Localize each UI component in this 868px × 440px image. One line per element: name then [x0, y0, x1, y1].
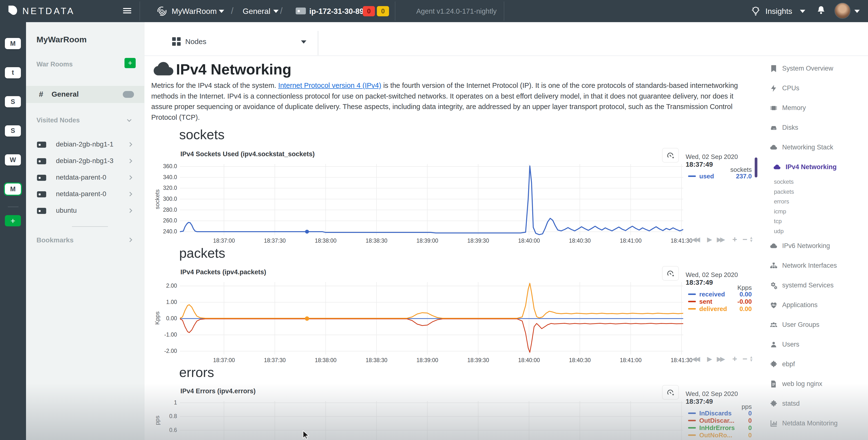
packets-resize-handle-icon[interactable]: ▲▼	[749, 356, 753, 362]
metrics-nav-memory[interactable]: Memory	[770, 98, 867, 118]
workspace-button-t-1[interactable]: t	[5, 67, 21, 78]
vertical-scrollbar-thumb[interactable]	[755, 157, 757, 177]
errors-gauge-button[interactable]	[662, 385, 679, 400]
legend-value: 0	[748, 424, 752, 432]
visited-node-3[interactable]: netdata-parent-0	[26, 186, 145, 203]
metrics-nav-sub-tcp[interactable]: tcp	[770, 216, 867, 226]
metrics-nav-ipv4-networking[interactable]: IPv4 Networking	[770, 157, 867, 177]
critical-alarms-badge[interactable]: 0	[363, 6, 375, 16]
sidebar-item-general[interactable]: # General	[26, 86, 145, 103]
packets-series-sent	[180, 319, 683, 352]
sockets-skip-forward-icon[interactable]: ▶▶	[717, 236, 723, 243]
sockets-legend-used[interactable]: used237.0	[686, 173, 752, 180]
metrics-nav-cpus[interactable]: CPUs	[770, 78, 867, 98]
doc-icon	[770, 380, 778, 388]
workspace-button-s-3[interactable]: S	[5, 125, 21, 137]
metrics-nav-label: Applications	[782, 301, 818, 309]
metrics-nav-system-overview[interactable]: System Overview	[770, 59, 867, 78]
metrics-nav-netdata-monitoring[interactable]: Netdata Monitoring	[770, 413, 867, 433]
packets-legend-delivered[interactable]: delivered0.00	[686, 305, 752, 313]
sockets-zoom-in-icon[interactable]: +	[732, 235, 737, 244]
breadcrumb-node[interactable]: ip-172-31-30-89	[309, 7, 364, 16]
metrics-nav-systemd-services[interactable]: systemd Services	[770, 275, 867, 295]
insights-menu[interactable]: Insights	[765, 7, 792, 16]
packets-legend-sent[interactable]: sent-0.00	[686, 298, 752, 305]
hamburger-menu-icon[interactable]	[123, 7, 131, 14]
visited-nodes-list: debian-2gb-nbg1-1debian-2gb-nbg1-3netdat…	[26, 136, 145, 219]
metrics-nav-label: Netdata Monitoring	[782, 419, 838, 427]
sockets-xtick: 18:40:00	[512, 237, 546, 244]
metrics-nav-sub-sockets[interactable]: sockets	[770, 177, 867, 187]
visited-node-2[interactable]: netdata-parent-0	[26, 169, 145, 186]
errors-plot-area[interactable]	[180, 401, 683, 440]
metrics-nav-web-log-nginx[interactable]: web log nginx	[770, 374, 867, 394]
metrics-nav-sub-errors[interactable]: errors	[770, 197, 867, 207]
workspace-button-m-5[interactable]: M	[5, 183, 21, 195]
visited-node-1[interactable]: debian-2gb-nbg1-3	[26, 153, 145, 169]
errors-legend-InHdrErrors[interactable]: InHdrErrors0	[686, 424, 752, 432]
visited-node-4[interactable]: ubuntu	[26, 203, 145, 219]
add-workspace-button[interactable]: +	[5, 215, 21, 226]
node-name: debian-2gb-nbg1-3	[56, 157, 114, 165]
collapse-visited-nodes-icon[interactable]	[127, 117, 131, 122]
packets-skip-back-icon[interactable]: ◀◀	[692, 355, 699, 363]
errors-legend-InDiscards[interactable]: InDiscards0	[686, 410, 752, 417]
puzzle-icon	[770, 360, 778, 369]
metrics-nav-sub-icmp[interactable]: icmp	[770, 207, 867, 216]
room-status-pill	[123, 91, 134, 98]
workspace-button-w-4[interactable]: W	[5, 154, 21, 166]
insights-caret[interactable]	[800, 10, 805, 13]
add-war-room-button[interactable]: +	[124, 58, 136, 68]
view-selector-caret[interactable]	[301, 40, 306, 43]
breadcrumb-space[interactable]: MyWarRoom	[172, 7, 217, 16]
workspace-button-m-0[interactable]: M	[5, 38, 21, 49]
room-dropdown-caret[interactable]	[273, 10, 279, 13]
sockets-plot-area[interactable]	[180, 164, 683, 235]
sockets-zoom-out-icon[interactable]: −	[743, 235, 747, 244]
war-room-sidebar: MyWarRoom War Rooms + # General Visited …	[26, 22, 145, 440]
legend-dash-icon	[688, 301, 696, 302]
sockets-resize-handle-icon[interactable]: ▲▼	[749, 236, 753, 242]
errors-legend-OutDiscar[interactable]: OutDiscar...0	[686, 417, 752, 424]
metrics-nav-user-groups[interactable]: User Groups	[770, 315, 867, 334]
sockets-play-icon[interactable]: ▶	[707, 236, 712, 243]
metrics-nav-label: CPUs	[782, 84, 800, 92]
ipv4-wiki-link[interactable]: Internet Protocol version 4 (IPv4)	[278, 82, 381, 89]
view-selector[interactable]: Nodes	[185, 37, 207, 46]
breadcrumb-room[interactable]: General	[243, 7, 270, 16]
packets-skip-forward-icon[interactable]: ▶▶	[717, 355, 723, 363]
metrics-nav-ebpf[interactable]: ebpf	[770, 354, 867, 374]
metrics-nav-sub-packets[interactable]: packets	[770, 187, 867, 197]
metrics-nav-networking-stack[interactable]: Networking Stack	[770, 138, 867, 157]
sockets-skip-back-icon[interactable]: ◀◀	[692, 236, 699, 243]
packets-zoom-out-icon[interactable]: −	[743, 354, 747, 363]
legend-name: InHdrErrors	[699, 424, 735, 432]
cloud-icon	[770, 242, 778, 250]
legend-name: used	[699, 173, 714, 180]
sockets-gauge-button[interactable]	[662, 148, 679, 163]
bookmarks-label[interactable]: Bookmarks	[36, 236, 74, 244]
visited-nodes-label: Visited Nodes	[36, 117, 80, 124]
metrics-nav-network-interfaces[interactable]: Network Interfaces	[770, 256, 867, 275]
workspace-button-s-2[interactable]: S	[5, 96, 21, 107]
sockets-section-heading: sockets	[179, 127, 224, 142]
visited-node-0[interactable]: debian-2gb-nbg1-1	[26, 136, 145, 153]
notifications-bell-icon[interactable]	[816, 5, 826, 17]
metrics-nav-sub-udp[interactable]: udp	[770, 226, 867, 236]
errors-legend-OutNoRo[interactable]: OutNoRo...0	[686, 432, 752, 439]
metrics-nav-statsd[interactable]: statsd	[770, 394, 867, 413]
space-dropdown-caret[interactable]	[219, 10, 224, 13]
metrics-nav-ipv6-networking[interactable]: IPv6 Networking	[770, 236, 867, 256]
metrics-nav-disks[interactable]: Disks	[770, 118, 867, 138]
warning-alarms-badge[interactable]: 0	[377, 6, 389, 16]
metrics-nav-applications[interactable]: Applications	[770, 295, 867, 315]
packets-play-icon[interactable]: ▶	[707, 355, 712, 363]
node-icon	[296, 7, 306, 14]
user-menu-caret[interactable]	[855, 10, 860, 13]
user-avatar[interactable]	[834, 3, 850, 19]
metrics-nav-users[interactable]: Users	[770, 334, 867, 354]
packets-plot-area[interactable]	[180, 282, 683, 355]
packets-legend-received[interactable]: received0.00	[686, 291, 752, 298]
packets-gauge-button[interactable]	[662, 266, 679, 281]
packets-zoom-in-icon[interactable]: +	[732, 354, 737, 363]
